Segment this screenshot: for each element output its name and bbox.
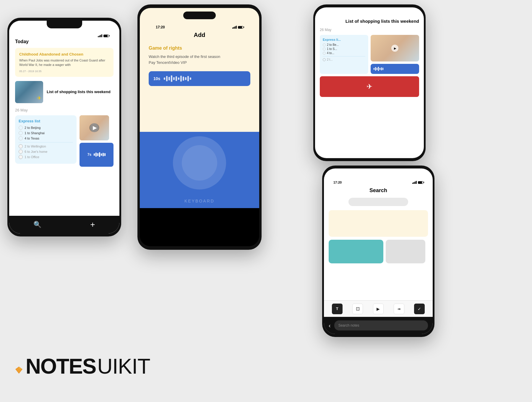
grid-express-card[interactable]: Express li... 2 to Be... 1 to S... 4 to.… xyxy=(320,35,368,74)
grid-item-text: 2 to Be... xyxy=(327,43,339,46)
audio-player-small[interactable]: 7s xyxy=(80,143,113,167)
search-bar-mock[interactable] xyxy=(348,198,408,206)
phone4-time: 17:20 xyxy=(333,181,342,184)
grid-audio-card[interactable] xyxy=(371,64,419,74)
search-toolbar: T ⊡ ▶ ↠ ✓ xyxy=(324,300,433,317)
grid-cards: Express li... 2 to Be... 1 to S... 4 to.… xyxy=(320,35,419,97)
signal-icon xyxy=(98,34,102,37)
phone1-tab-bar: 🔍 + xyxy=(9,216,119,234)
battery-icon xyxy=(103,35,109,37)
section-today: Today xyxy=(15,39,113,44)
list-item: 1 to Shanghai xyxy=(19,131,73,135)
play-icon[interactable]: ▶ xyxy=(391,45,398,52)
list-item-text: 6 to Joe's home xyxy=(25,150,47,153)
notes-grid-content: List of shopping lists this weekend 26 M… xyxy=(315,7,424,97)
signal-icon xyxy=(232,26,237,29)
phone2-status-icons xyxy=(232,26,243,29)
check-circle-icon xyxy=(19,144,23,148)
logo-uikit-label: UIKIT xyxy=(97,354,150,378)
list-item-text: 2 to Wellington xyxy=(25,145,46,148)
search-card-teal[interactable] xyxy=(329,240,383,263)
search-placeholder: Search notes xyxy=(338,323,359,328)
toolbar-play-button[interactable]: ▶ xyxy=(373,304,384,314)
phone1-status-icons xyxy=(98,34,109,37)
family-photo[interactable]: ▶ xyxy=(80,115,109,140)
notes-list-content: Today Childhood Abandoned and Chosen Whe… xyxy=(9,21,119,234)
note-card-shopping[interactable]: List of shopping lists this weekend xyxy=(15,81,113,103)
add-screen-top: 17:20 Add Game of rights Watch the third… xyxy=(140,8,259,132)
phone2-status-bar: 17:20 xyxy=(149,23,250,32)
toolbar-skip-button[interactable]: ↠ xyxy=(394,304,404,314)
audio-waveform-small xyxy=(94,152,106,157)
search-cards-row xyxy=(329,240,428,266)
grid-red-card[interactable]: ✈ xyxy=(320,76,419,97)
search-content: 17:20 Search xyxy=(324,168,433,266)
list-item: 2 to Beijing xyxy=(19,126,73,130)
express-list-title: Express list xyxy=(19,119,73,123)
keyboard-section: KEYBOARD xyxy=(140,194,259,208)
grid-list-item: 4 to... xyxy=(323,51,365,55)
yellow-card-title: Childhood Abandoned and Chosen xyxy=(19,52,109,56)
phone1-notch xyxy=(47,21,82,28)
audio-waveform-main xyxy=(164,75,246,82)
search-tab-button[interactable]: 🔍 xyxy=(33,221,41,228)
search-input-field[interactable]: Search notes xyxy=(334,320,428,330)
search-card-cream[interactable] xyxy=(329,210,428,237)
section-26may: 26 May xyxy=(15,108,113,112)
grid-family-photo[interactable]: ▶ xyxy=(371,35,419,61)
check-icon xyxy=(323,43,326,46)
add-screen-blue xyxy=(140,132,259,194)
phone-notes-list: Today Childhood Abandoned and Chosen Whe… xyxy=(7,18,121,236)
battery-icon xyxy=(418,181,423,184)
search-back-button[interactable]: ‹ xyxy=(329,322,331,329)
signal-icon xyxy=(412,181,417,184)
check-icon xyxy=(323,58,326,61)
add-screen-title: Add xyxy=(149,32,250,38)
phone1-status-bar xyxy=(15,33,113,39)
yellow-card-body: When Paul Jobs was mustered out of the C… xyxy=(19,58,109,67)
grid-item-text: 4 to... xyxy=(327,51,334,55)
add-screen-black xyxy=(140,208,259,246)
note-card-yellow[interactable]: Childhood Abandoned and Chosen When Paul… xyxy=(15,48,113,77)
search-card-gray[interactable] xyxy=(386,240,425,263)
list-item: 6 to Joe's home xyxy=(19,150,73,154)
express-list-card[interactable]: Express list 2 to Beijing 1 to Shanghai … xyxy=(15,115,77,164)
check-circle-icon xyxy=(19,126,23,130)
audio-time-small: 7s xyxy=(87,153,91,157)
check-circle-icon xyxy=(19,136,23,140)
game-rights-body: Watch the third episode of the first sea… xyxy=(149,54,250,65)
phone4-screen: 17:20 Search T xyxy=(324,168,433,334)
search-input-bar: ‹ Search notes xyxy=(324,317,433,334)
audio-waveform-grid xyxy=(374,67,383,71)
game-rights-line1: Watch the third episode of the first sea… xyxy=(149,54,220,59)
add-tab-button[interactable]: + xyxy=(90,220,95,229)
grid-item-text: 1 to S... xyxy=(327,47,337,51)
phone2-notch xyxy=(183,12,216,19)
logo-area: NOTES UIKIT xyxy=(15,354,150,378)
plane-icon: ✈ xyxy=(366,82,372,91)
list-item-text: 1 to Office xyxy=(25,155,39,159)
check-circle-icon xyxy=(19,155,23,159)
phone-add-screen: 17:20 Add Game of rights Watch the third… xyxy=(137,4,262,250)
audio-player-main[interactable]: 10s xyxy=(149,71,250,86)
phone4-status-icons xyxy=(412,181,423,184)
phone-notes-grid: List of shopping lists this weekend 26 M… xyxy=(313,4,426,161)
toolbar-square-button[interactable]: ⊡ xyxy=(352,304,363,314)
grid-item-text: 2 t... xyxy=(327,58,332,61)
battery-icon xyxy=(238,26,243,29)
grid-express-title: Express li... xyxy=(323,38,365,41)
phone4-status-bar: 17:20 xyxy=(329,179,428,186)
list-item-text: 2 to Beijing xyxy=(25,126,40,129)
phone3-screen: List of shopping lists this weekend 26 M… xyxy=(315,7,424,158)
toolbar-text-button[interactable]: T xyxy=(332,304,343,314)
grid-list-item: 1 to S... xyxy=(323,47,365,51)
play-button-icon[interactable]: ▶ xyxy=(90,123,99,132)
list-item-text: 4 to Texas xyxy=(25,137,39,140)
grid-list-item: 2 t... xyxy=(323,58,365,61)
game-rights-title: Game of rights xyxy=(149,46,250,51)
toolbar-check-button[interactable]: ✓ xyxy=(414,304,425,314)
keyboard-label: KEYBOARD xyxy=(184,199,215,203)
audio-time-main: 10s xyxy=(153,76,160,81)
grid-date: 26 May xyxy=(320,28,419,32)
game-rights-line2: Pay TencentVideo VIP xyxy=(149,60,187,65)
